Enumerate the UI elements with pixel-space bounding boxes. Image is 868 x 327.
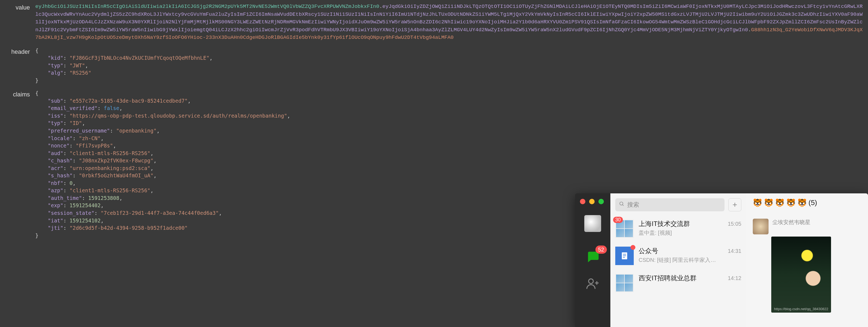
chat-list-pane: 搜索 + 30上海IT技术交流群15:05盖中盖: [视频]公众号14:31CS… [610, 193, 746, 327]
tiger-icon: 🐯 [797, 198, 807, 207]
user-avatar[interactable] [584, 215, 601, 232]
chat-title: 西安IT招聘就业总群 [639, 274, 696, 283]
chat-header: 🐯 🐯 🐯 🐯 🐯 (5) [746, 193, 868, 212]
tiger-icon: 🐯 [764, 198, 773, 207]
search-row: 搜索 + [610, 193, 746, 215]
chat-info: 公众号14:31CSDN: [链接] 阿里云科学家入… [639, 247, 741, 264]
wechat-sidebar: 52 [575, 193, 610, 327]
chat-preview: 盖中盖: [视频] [639, 229, 741, 236]
chat-body[interactable]: 尘埃安然韦晓星 https://blog.csdn.net/qq_3843082… [746, 212, 868, 327]
minimize-window-button[interactable] [589, 199, 595, 204]
wechat-window[interactable]: 52 搜索 + 30上海IT技术交流群15:05盖中盖: [视频]公众号14:3… [575, 193, 868, 327]
jwt-dot: . [748, 27, 751, 33]
svg-rect-6 [623, 254, 626, 255]
jwt-dot: . [379, 3, 382, 9]
official-account-icon [615, 247, 634, 265]
jwt-claims-json[interactable]: { "sub": "e557c72a-5185-43de-bac9-85241c… [35, 90, 290, 239]
chat-title-suffix: (5) [808, 199, 817, 207]
sender-name: 尘埃安然韦晓星 [772, 219, 810, 234]
jwt-header-row: header { "kid": "FJ86GcF3jTbNLOco4NvZkUC… [3, 47, 868, 85]
chat-time: 14:31 [728, 248, 741, 254]
svg-point-3 [620, 202, 623, 205]
chat-info: 西安IT招聘就业总群14:12 [639, 274, 741, 283]
search-placeholder: 搜索 [627, 201, 639, 209]
message-image[interactable]: https://blog.csdn.net/qq_38430822 [771, 236, 831, 313]
chats-tab[interactable]: 52 [586, 249, 600, 262]
svg-line-4 [623, 205, 624, 206]
jwt-value-row: value eyJhbGciOiJSUzI1NiIsInR5cCIgOiAiSl… [3, 3, 868, 41]
svg-rect-8 [623, 257, 625, 258]
svg-point-0 [589, 279, 593, 284]
maximize-window-button[interactable] [598, 199, 604, 204]
chat-unread-dot [630, 245, 636, 250]
chat-avatar [615, 247, 634, 265]
chat-avatar [615, 274, 634, 292]
chat-time: 14:12 [728, 275, 741, 282]
window-controls [575, 197, 604, 211]
chat-title: 公众号 [639, 247, 658, 255]
chat-list-item[interactable]: 公众号14:31CSDN: [链接] 阿里云科学家入… [610, 242, 746, 269]
group-avatar-icon [615, 274, 634, 292]
jwt-raw-value[interactable]: eyJhbGciOiJSUzI1NiIsInR5cCIgOiAiSldUIiwi… [35, 3, 864, 41]
jwt-header-segment: eyJhbGciOiJSUzI1NiIsInR5cCIgOiAiSldUIiwi… [35, 3, 379, 9]
chat-list: 30上海IT技术交流群15:05盖中盖: [视频]公众号14:31CSDN: [… [610, 215, 746, 297]
tiger-icon: 🐯 [775, 198, 784, 207]
search-icon [619, 201, 624, 208]
header-label: header [3, 47, 35, 57]
chat-content-pane: 🐯 🐯 🐯 🐯 🐯 (5) 尘埃安然韦晓星 https://blog.csdn.… [746, 193, 868, 327]
sender-avatar[interactable] [753, 219, 769, 234]
chat-list-item[interactable]: 30上海IT技术交流群15:05盖中盖: [视频] [610, 215, 746, 242]
contacts-tab[interactable] [586, 276, 600, 290]
claims-label: claims [3, 90, 35, 99]
chat-avatar: 30 [615, 220, 634, 238]
jwt-header-json[interactable]: { "kid": "FJ86GcF3jTbNLOco4NvZkUCIUmfYCq… [35, 47, 213, 85]
chat-list-item[interactable]: 西安IT招聘就业总群14:12 [610, 269, 746, 297]
tiger-icon: 🐯 [753, 198, 762, 207]
image-watermark: https://blog.csdn.net/qq_38430822 [773, 307, 829, 311]
search-input[interactable]: 搜索 [615, 198, 724, 211]
chat-preview: CSDN: [链接] 阿里云科学家入… [639, 256, 741, 264]
chat-title: 上海IT技术交流群 [639, 220, 690, 228]
message: 尘埃安然韦晓星 [753, 219, 862, 234]
chat-info: 上海IT技术交流群15:05盖中盖: [视频] [639, 220, 741, 236]
tiger-icon: 🐯 [786, 198, 796, 207]
unread-badge: 52 [595, 246, 607, 254]
chat-time: 15:05 [728, 221, 741, 227]
value-label: value [3, 3, 35, 12]
new-chat-button[interactable]: + [728, 198, 741, 211]
close-window-button[interactable] [580, 199, 585, 204]
chat-unread-badge: 30 [613, 217, 623, 223]
svg-rect-7 [623, 256, 626, 256]
